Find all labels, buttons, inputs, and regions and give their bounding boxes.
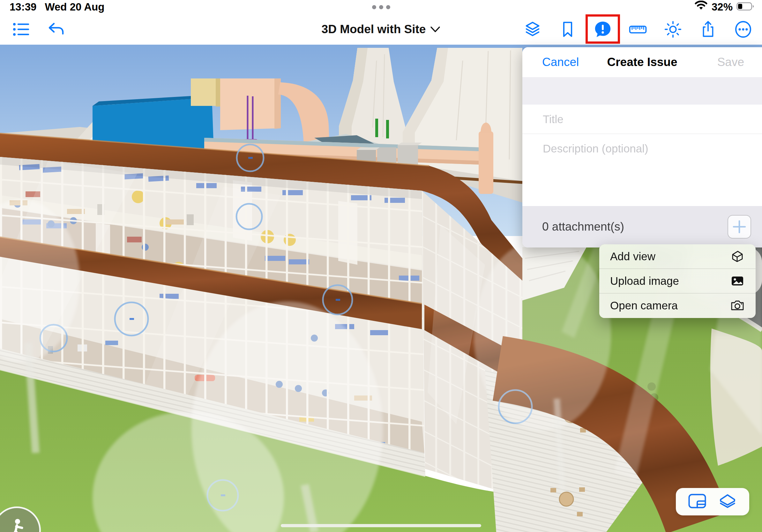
plus-icon [732,220,746,234]
chevron-down-icon [430,26,440,33]
panel-header: Cancel Create Issue Save [522,47,762,77]
walk-person-icon [7,518,27,532]
menu-item-upload-image[interactable]: Upload image [599,269,756,293]
add-attachment-button[interactable] [727,215,751,238]
menu-item-label: Open camera [610,299,678,312]
more-button[interactable] [734,20,752,38]
menu-item-add-view[interactable]: Add view [599,244,756,269]
home-indicator[interactable] [281,524,481,527]
layers-icon [523,20,542,38]
menu-item-open-camera[interactable]: Open camera [599,294,756,318]
create-issue-panel: Cancel Create Issue Save 0 attachment(s) [522,47,762,247]
panel-spacer [522,77,762,104]
more-icon [734,20,752,38]
toolbar: 3D Model with Site [0,14,762,45]
stacked-floors-button[interactable] [718,493,737,510]
issue-description-input[interactable] [542,142,743,197]
camera-icon [730,298,745,313]
bookmark-icon [559,20,577,38]
issue-title-input[interactable] [542,112,742,126]
stacked-floors-icon [718,493,737,509]
battery-percent: 32% [712,1,733,13]
image-icon [730,274,745,288]
appearance-button[interactable] [664,20,682,38]
measure-button[interactable] [629,20,647,38]
page-title: 3D Model with Site [322,23,426,36]
cancel-button[interactable]: Cancel [542,55,579,69]
description-field-row[interactable] [522,134,762,206]
share-icon [699,20,717,38]
bookmark-button[interactable] [559,20,577,38]
save-button[interactable]: Save [717,55,744,69]
create-issue-button[interactable] [593,20,612,38]
layers-button[interactable] [523,20,542,38]
sheet-card-icon [688,494,706,508]
view-tools-pill [676,488,749,515]
attachment-menu: Add view Upload image Open camera [599,244,756,318]
status-bar: 13:39 Wed 20 Aug 32% [0,0,762,14]
ruler-icon [629,20,647,38]
attachments-row: 0 attachment(s) [522,206,762,247]
top-chrome: 13:39 Wed 20 Aug 32% [0,0,762,45]
issue-bubble-icon [593,20,612,38]
view-cube-icon [730,249,745,264]
menu-item-label: Add view [610,250,655,263]
wifi-icon [694,1,708,13]
multitask-dots-icon[interactable] [0,0,762,14]
title-field-row[interactable] [522,104,762,134]
menu-item-label: Upload image [610,275,679,287]
sheet-card-button[interactable] [688,494,706,510]
share-button[interactable] [699,20,717,38]
battery-icon [736,1,754,13]
brightness-icon [664,20,682,38]
attachments-count: 0 attachment(s) [542,220,624,233]
